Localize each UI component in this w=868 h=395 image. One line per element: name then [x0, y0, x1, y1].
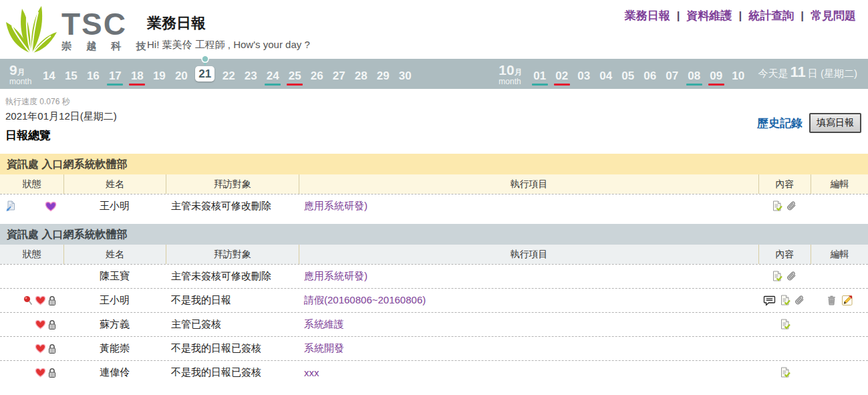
status-cell — [0, 295, 63, 306]
column-header-edit: 編輯 — [811, 174, 868, 194]
today-day: 11 — [790, 63, 806, 80]
calendar-day-01[interactable]: 01 — [532, 70, 548, 86]
lock-icon — [47, 344, 57, 354]
doc-check-icon[interactable] — [771, 271, 782, 282]
calendar-day-18[interactable]: 18 — [129, 70, 145, 86]
calendar-day-04[interactable]: 04 — [598, 70, 614, 86]
status-cell — [0, 201, 63, 212]
exec-speed: 執行速度 0.076 秒 — [5, 96, 868, 108]
calendar-day-29[interactable]: 29 — [375, 70, 391, 86]
calendar-day-15[interactable]: 15 — [63, 70, 79, 86]
brand-text: TSC — [61, 9, 152, 39]
exec-item-link[interactable]: 應用系統研發) — [304, 270, 368, 281]
history-link[interactable]: 歷史記錄 — [757, 116, 803, 131]
nav-separator: | — [738, 9, 742, 22]
calendar-day-09[interactable]: 09 — [708, 70, 724, 86]
exec-item-link[interactable]: xxx — [304, 367, 319, 378]
tsc-logo[interactable]: TSC 崇 越 科 技 — [5, 5, 152, 53]
calendar-day-02[interactable]: 02 — [554, 70, 570, 86]
day-mark — [309, 84, 325, 86]
exec-item-link[interactable]: 系統維護 — [304, 318, 344, 330]
nav-faq[interactable]: 常見問題 — [811, 9, 856, 22]
table-row: 王小明主管未簽核可修改刪除應用系統研發) — [0, 194, 868, 218]
export-doc-icon — [5, 201, 16, 212]
purple-heart-icon — [45, 201, 57, 212]
day-mark — [173, 84, 189, 86]
column-header-visit: 拜訪對象 — [166, 174, 299, 194]
exec-item-link[interactable]: 應用系統研發) — [304, 200, 368, 211]
calendar-day-25[interactable]: 25 — [287, 70, 303, 86]
column-header-name: 姓名 — [63, 245, 166, 264]
doc-check-icon[interactable] — [779, 319, 790, 330]
paperclip-icon[interactable] — [786, 271, 798, 282]
greeting: Hi! 葉美伶 工程師 , How's your day ? — [147, 39, 310, 51]
person-name: 黃能崇 — [63, 342, 166, 355]
column-header-name: 姓名 — [63, 174, 166, 194]
calendar-day-24[interactable]: 24 — [265, 70, 281, 86]
nav-separator: | — [677, 9, 680, 22]
calendar-day-20[interactable]: 20 — [173, 70, 189, 86]
column-header-status: 狀態 — [0, 245, 63, 264]
sections: 資訊處 入口網系統軟體部狀態姓名拜訪對象執行項目內容編輯王小明主管未簽核可修改刪… — [0, 154, 868, 384]
doc-check-icon[interactable] — [779, 295, 790, 306]
content-cell — [758, 201, 811, 212]
calendar-day-23[interactable]: 23 — [243, 70, 259, 86]
calendar-day-30[interactable]: 30 — [397, 70, 413, 86]
person-name: 陳玉寶 — [63, 270, 166, 283]
content-cell — [758, 295, 811, 306]
calendar-day-17[interactable]: 17 — [107, 70, 123, 86]
exec-item-link[interactable]: 系統開發 — [304, 342, 344, 354]
visit-target: 主管已簽核 — [166, 318, 299, 331]
table-row: 王小明不是我的日報請假(20160806~20160806) — [0, 288, 868, 312]
speech-icon[interactable] — [763, 295, 776, 306]
today-prefix: 今天是 — [758, 68, 788, 79]
fill-report-button[interactable]: 填寫日報 — [809, 113, 861, 133]
nav-statistics-query[interactable]: 統計查詢 — [748, 9, 794, 22]
calendar-day-27[interactable]: 27 — [331, 70, 347, 86]
red-day-mark — [129, 84, 145, 86]
calendar-day-16[interactable]: 16 — [85, 70, 101, 86]
red-heart-icon — [35, 319, 46, 330]
red-day-mark — [708, 84, 724, 86]
calendar-day-14[interactable]: 14 — [41, 70, 57, 86]
calendar-day-21[interactable]: 21 — [195, 66, 214, 86]
calendar-day-19[interactable]: 19 — [151, 70, 167, 86]
paperclip-icon[interactable] — [794, 295, 806, 306]
day-mark — [664, 84, 680, 86]
person-name: 蘇方義 — [63, 318, 166, 331]
calendar-day-26[interactable]: 26 — [309, 70, 325, 86]
calendar-day-07[interactable]: 07 — [664, 70, 680, 86]
header: TSC 崇 越 科 技 業務日報 Hi! 葉美伶 工程師 , How's you… — [0, 0, 868, 59]
calendar-day-05[interactable]: 05 — [620, 70, 636, 86]
calendar-day-28[interactable]: 28 — [353, 70, 369, 86]
exec-item-link[interactable]: 請假(20160806~20160806) — [304, 294, 426, 305]
status-cell — [0, 319, 63, 330]
red-day-mark — [554, 84, 570, 86]
status-cell — [0, 368, 63, 378]
calendar-day-22[interactable]: 22 — [221, 70, 237, 86]
doc-check-icon[interactable] — [771, 201, 782, 212]
table-row: 連偉伶不是我的日報已簽核xxx — [0, 360, 868, 384]
day-mark — [620, 84, 636, 86]
trash-icon[interactable] — [826, 295, 837, 306]
page-title: 日報總覽 — [5, 128, 868, 143]
nav-daily-report[interactable]: 業務日報 — [625, 9, 670, 22]
visit-target: 主管未簽核可修改刪除 — [166, 270, 299, 283]
calendar-day-10[interactable]: 10 — [730, 70, 746, 86]
lock-icon — [47, 319, 57, 330]
brand-subtitle: 崇 越 科 技 — [61, 40, 152, 53]
doc-check-icon[interactable] — [779, 367, 790, 378]
calendar-day-06[interactable]: 06 — [642, 70, 658, 86]
pencil-icon[interactable] — [841, 295, 853, 306]
content-cell — [758, 319, 811, 330]
top-nav: 業務日報|資料維護|統計查詢|常見問題 — [621, 8, 860, 23]
calendar-day-03[interactable]: 03 — [576, 70, 592, 86]
calendar-day-08[interactable]: 08 — [686, 70, 702, 86]
table-row: 蘇方義主管已簽核系統維護 — [0, 312, 868, 336]
nav-data-maintenance[interactable]: 資料維護 — [686, 9, 732, 22]
report-section: 資訊處 入口網系統軟體部狀態姓名拜訪對象執行項目內容編輯陳玉寶主管未簽核可修改刪… — [0, 224, 868, 384]
paperclip-icon[interactable] — [786, 201, 798, 212]
teal-day-mark — [532, 84, 548, 86]
teal-day-mark — [107, 84, 123, 86]
table-header-row: 狀態姓名拜訪對象執行項目內容編輯 — [0, 174, 868, 194]
